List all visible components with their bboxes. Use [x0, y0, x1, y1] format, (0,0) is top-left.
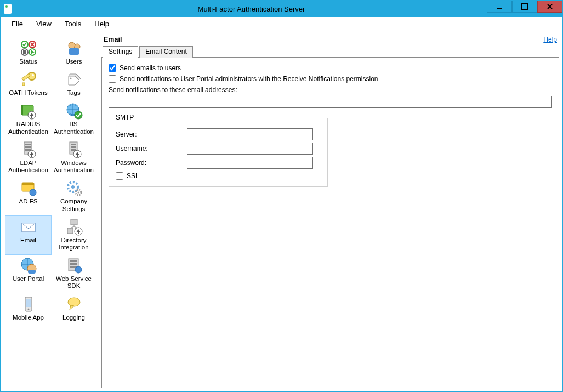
sidebar-item-label: LDAP Authentication [7, 160, 50, 174]
iis-icon [65, 102, 83, 120]
svg-rect-28 [25, 144, 31, 145]
sidebar-item-status[interactable]: Status [5, 37, 51, 69]
status-icon [20, 39, 37, 57]
window-title: Multi-Factor Authentication Server [16, 5, 487, 13]
svg-rect-50 [71, 219, 77, 225]
app-icon [4, 4, 12, 14]
window-controls [487, 1, 562, 17]
send-emails-checkbox[interactable] [109, 64, 116, 72]
sidebar-item-mobile-app[interactable]: Mobile App [5, 293, 51, 325]
smtp-password-row: Password: [116, 157, 321, 169]
sidebar-item-label: Mobile App [13, 314, 44, 321]
svg-marker-71 [70, 305, 74, 310]
sidebar-item-user-portal[interactable]: User Portal [5, 254, 51, 293]
menu-bar: File View Tools Help [1, 17, 562, 31]
svg-rect-51 [67, 228, 73, 234]
sidebar-item-directory-integration[interactable]: Directory Integration [51, 216, 96, 254]
sidebar-item-logging[interactable]: Logging [51, 293, 96, 325]
sidebar-item-ldap-auth[interactable]: LDAP Authentication [5, 139, 51, 177]
smtp-ssl-label: SSL [127, 172, 139, 180]
svg-rect-33 [31, 154, 32, 157]
svg-rect-42 [22, 183, 34, 185]
close-button[interactable] [537, 1, 562, 13]
title-bar: Multi-Factor Authentication Server [1, 1, 562, 17]
users-icon [65, 39, 83, 57]
body: Status Users OATH Tokens [1, 31, 562, 391]
directory-icon [65, 218, 83, 236]
svg-rect-61 [28, 270, 36, 274]
sidebar-item-label: AD FS [19, 198, 38, 205]
help-link[interactable]: Help [543, 36, 557, 43]
smtp-password-input[interactable] [187, 157, 313, 169]
smtp-username-input[interactable] [187, 143, 313, 155]
tab-settings[interactable]: Settings [103, 46, 138, 58]
sidebar-item-oath-tokens[interactable]: OATH Tokens [5, 69, 51, 100]
sidebar-item-web-service-sdk[interactable]: Web Service SDK [51, 254, 96, 293]
svg-rect-35 [71, 144, 76, 145]
menu-tools[interactable]: Tools [58, 18, 88, 30]
svg-point-26 [75, 111, 82, 119]
sidebar-item-label: OATH Tokens [9, 89, 48, 96]
menu-file[interactable]: File [5, 18, 30, 30]
svg-rect-24 [31, 115, 32, 118]
smtp-username-label: Username: [116, 145, 187, 152]
mobile-icon [20, 296, 37, 313]
svg-rect-68 [26, 299, 31, 307]
svg-rect-64 [70, 263, 77, 265]
svg-rect-36 [71, 146, 76, 148]
svg-rect-40 [77, 154, 78, 157]
menu-help[interactable]: Help [88, 18, 116, 30]
sidebar-item-label: Windows Authentication [52, 160, 95, 174]
minimize-button[interactable] [487, 1, 512, 13]
svg-rect-1 [522, 4, 527, 9]
page-title: Email [104, 36, 122, 43]
svg-point-66 [75, 266, 82, 273]
sidebar-item-iis-auth[interactable]: IIS Authentication [51, 100, 96, 138]
sidebar-item-radius-auth[interactable]: RADIUS Authentication [5, 100, 51, 138]
svg-rect-63 [70, 260, 77, 262]
tab-strip: Settings Email Content [101, 46, 559, 57]
radius-icon [20, 102, 37, 120]
svg-point-69 [27, 308, 29, 310]
sidebar-item-adfs[interactable]: AD FS [5, 177, 51, 215]
smtp-server-row: Server: [116, 128, 321, 140]
web-service-icon [65, 257, 83, 274]
maximize-button[interactable] [512, 1, 537, 13]
svg-rect-49 [22, 223, 35, 224]
sidebar-item-label: Company Settings [52, 198, 95, 212]
svg-rect-16 [22, 83, 25, 86]
sidebar-item-users[interactable]: Users [51, 37, 96, 69]
smtp-server-input[interactable] [187, 128, 313, 140]
svg-rect-12 [69, 48, 79, 55]
tab-email-content[interactable]: Email Content [139, 46, 192, 58]
adfs-icon [20, 179, 37, 197]
notify-admins-checkbox[interactable] [109, 75, 116, 83]
svg-rect-7 [23, 50, 26, 54]
smtp-username-row: Username: [116, 143, 321, 155]
envelope-icon [20, 218, 37, 236]
sidebar-item-company-settings[interactable]: Company Settings [51, 177, 96, 215]
sidebar-item-tags[interactable]: Tags [51, 69, 96, 100]
sidebar: Status Users OATH Tokens [4, 35, 98, 388]
gear-icon [65, 179, 83, 197]
svg-rect-58 [78, 231, 79, 234]
smtp-ssl-checkbox[interactable] [116, 172, 123, 180]
notify-admins-label: Send notifications to User Portal admini… [120, 75, 378, 83]
sidebar-item-label: Web Service SDK [52, 275, 95, 289]
notify-admins-checkbox-row: Send notifications to User Portal admini… [109, 75, 552, 83]
menu-view[interactable]: View [30, 18, 58, 30]
app-window: Multi-Factor Authentication Server File … [0, 0, 563, 392]
sidebar-item-email[interactable]: Email [5, 216, 51, 254]
send-emails-label: Send emails to users [120, 64, 181, 72]
ldap-icon [20, 141, 37, 158]
user-portal-icon [20, 257, 37, 274]
addresses-input[interactable] [109, 96, 552, 108]
smtp-group: SMTP Server: Username: Password: [109, 118, 328, 187]
sidebar-item-label: Status [19, 58, 37, 65]
sidebar-item-windows-auth[interactable]: Windows Authentication [51, 139, 96, 177]
send-emails-checkbox-row: Send emails to users [109, 64, 552, 72]
sidebar-item-label: RADIUS Authentication [7, 121, 50, 135]
sidebar-item-label: User Portal [13, 275, 44, 282]
smtp-ssl-row: SSL [116, 172, 321, 180]
svg-point-14 [32, 74, 34, 76]
